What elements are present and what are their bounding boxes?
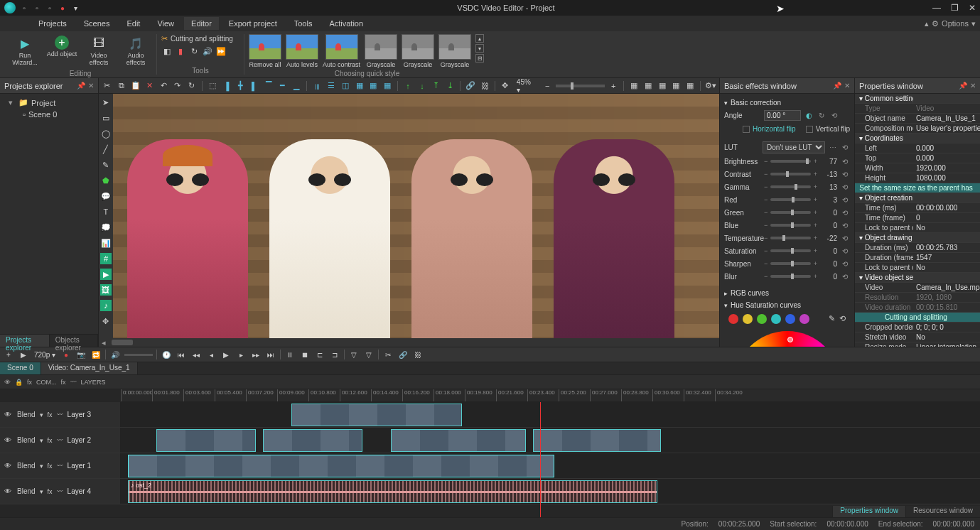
tl-tab-scene[interactable]: Scene 0 bbox=[0, 362, 41, 374]
prop-value[interactable]: No bbox=[913, 263, 980, 272]
vt-down-icon[interactable]: ↓ bbox=[416, 80, 428, 92]
slider-reset-sharpen-icon[interactable]: ⟲ bbox=[840, 259, 850, 269]
timeline-clip[interactable] bbox=[263, 429, 362, 452]
tool-chart-icon[interactable]: 📊 bbox=[100, 237, 112, 249]
pb-out-icon[interactable]: ⊐ bbox=[329, 349, 340, 360]
vt-safe1-icon[interactable]: ▦ bbox=[628, 80, 640, 92]
tool-speed-icon[interactable]: ⏩ bbox=[215, 45, 227, 57]
hue-reset-icon[interactable]: ⟲ bbox=[839, 314, 846, 324]
pb-resolution[interactable]: 720p ▾ bbox=[33, 351, 57, 359]
swatch-yellow[interactable] bbox=[743, 314, 753, 324]
prop-value[interactable]: Linear interpolation bbox=[913, 342, 980, 347]
slider-reset-gamma-icon[interactable]: ⟲ bbox=[840, 182, 850, 192]
tree-project[interactable]: ▾📁Project bbox=[3, 97, 95, 109]
panel-pin-icon[interactable]: 📌 bbox=[77, 82, 85, 90]
qat-dropdown-icon[interactable]: ▾ bbox=[71, 4, 80, 12]
timeline-clip[interactable]: ♪ ost_2 bbox=[128, 480, 657, 503]
style-remove-all[interactable]: Remove all bbox=[249, 34, 281, 68]
vt-gear-icon[interactable]: ⚙▾ bbox=[705, 80, 716, 92]
style-grayscale-2[interactable]: Grayscale bbox=[402, 34, 434, 68]
menu-projects[interactable]: Projects bbox=[31, 17, 74, 30]
timeline-clip[interactable] bbox=[391, 429, 526, 452]
options-label[interactable]: Options bbox=[942, 19, 969, 28]
style-next-icon[interactable]: ▾ bbox=[475, 44, 484, 53]
track-visibility-icon[interactable]: 👁 bbox=[4, 436, 13, 444]
volume-slider[interactable] bbox=[124, 354, 153, 356]
maximize-button[interactable]: ❐ bbox=[951, 3, 959, 13]
pb-last-icon[interactable]: ⏭ bbox=[265, 349, 276, 360]
vt-align-left-icon[interactable]: ▐ bbox=[220, 80, 232, 92]
vt-align-center-icon[interactable]: ╋ bbox=[235, 80, 246, 92]
add-object-button[interactable]: +Add object bbox=[45, 34, 78, 68]
swatch-red[interactable] bbox=[728, 314, 738, 324]
menu-tools[interactable]: Tools bbox=[287, 17, 320, 30]
tool-line-icon[interactable]: ╱ bbox=[100, 144, 112, 155]
pb-in-icon[interactable]: ⊏ bbox=[314, 349, 325, 360]
prop-value[interactable]: Video bbox=[913, 104, 980, 113]
effects-pin-icon[interactable]: 📌 bbox=[833, 82, 841, 90]
angle-reset-icon[interactable]: ⟲ bbox=[829, 111, 839, 121]
vt-zoom-in-icon[interactable]: + bbox=[608, 80, 619, 92]
slider-contrast[interactable] bbox=[770, 173, 810, 175]
tl-eye-icon[interactable]: 👁 bbox=[4, 379, 11, 386]
vt-dist-h-icon[interactable]: ⫼ bbox=[311, 80, 323, 92]
pb-play-icon[interactable]: ▶ bbox=[220, 349, 232, 360]
tool-chat-icon[interactable]: 💬 bbox=[100, 190, 112, 202]
menu-export[interactable]: Export project bbox=[222, 17, 284, 30]
options-dropdown-icon[interactable]: ▾ bbox=[971, 19, 976, 28]
track-mode[interactable]: Blend bbox=[17, 411, 36, 418]
prop-value[interactable]: Use layer's properties bbox=[913, 124, 980, 133]
slider-reset-temperature-icon[interactable]: ⟲ bbox=[840, 233, 850, 243]
vt-align-top-icon[interactable]: ▔ bbox=[263, 80, 274, 92]
vt-front-icon[interactable]: ⤒ bbox=[431, 80, 442, 92]
prop-value[interactable]: Camera_In_Use_1 bbox=[913, 114, 980, 123]
tab-objects-explorer[interactable]: Objects explorer bbox=[50, 335, 98, 347]
swatch-green[interactable] bbox=[757, 314, 767, 324]
pb-cut-icon[interactable]: ✂ bbox=[382, 349, 394, 360]
tool-rotate-icon[interactable]: ↻ bbox=[188, 45, 200, 57]
vt-align-bottom-icon[interactable]: ▁ bbox=[291, 80, 303, 92]
prop-value[interactable]: 1920.000 bbox=[913, 163, 980, 173]
pb-preview-icon[interactable]: ▶ bbox=[18, 349, 29, 360]
style-prev-icon[interactable]: ▴ bbox=[475, 34, 484, 43]
track-mode[interactable]: Blend bbox=[17, 487, 36, 495]
vt-select-icon[interactable]: ⬚ bbox=[207, 80, 218, 92]
tool-image-icon[interactable]: 🖼 bbox=[100, 284, 112, 296]
timeline-clip[interactable] bbox=[156, 429, 256, 452]
pb-stepfwd-icon[interactable]: ▸ bbox=[235, 349, 247, 360]
vt-size-icon[interactable]: ◫ bbox=[340, 80, 351, 92]
swatch-magenta[interactable] bbox=[799, 314, 809, 324]
vt-rotate-icon[interactable]: ↻ bbox=[186, 80, 198, 92]
pb-link-icon[interactable]: 🔗 bbox=[397, 349, 409, 360]
vt-redo-icon[interactable]: ↷ bbox=[172, 80, 183, 92]
prop-header[interactable]: ▾ Object drawing duration bbox=[855, 233, 913, 242]
pb-stepback-icon[interactable]: ◂ bbox=[205, 349, 217, 360]
prop-header[interactable]: ▾ Object creation time bbox=[855, 193, 913, 202]
tl-tab-video[interactable]: Video: Camera_In_Use_1 bbox=[41, 362, 138, 374]
track-expand-icon[interactable]: ▾ bbox=[40, 411, 43, 418]
tool-audio-icon[interactable]: ♪ bbox=[100, 300, 112, 311]
section-hue-curves[interactable]: ▾Hue Saturation curves bbox=[724, 299, 850, 311]
track-visibility-icon[interactable]: 👁 bbox=[4, 487, 13, 495]
vt-up-icon[interactable]: ↑ bbox=[402, 80, 414, 92]
track-layer-3[interactable]: 👁 Blend ▾ fx 〰 Layer 3 bbox=[0, 402, 980, 428]
tool-text-icon[interactable]: T bbox=[100, 206, 112, 217]
track-fx-icon[interactable]: fx bbox=[48, 437, 53, 444]
track-fx-icon[interactable]: fx bbox=[48, 411, 53, 418]
options-gear-icon[interactable]: ⚙ bbox=[932, 19, 939, 28]
prop-value[interactable]: 0 bbox=[913, 213, 980, 222]
tool-marker-icon[interactable]: ▮ bbox=[175, 45, 186, 57]
prop-header[interactable]: ▾ Common settings bbox=[855, 94, 913, 103]
slider-sharpen[interactable] bbox=[770, 262, 810, 265]
track-mode[interactable]: Blend bbox=[17, 462, 36, 470]
hflip-checkbox[interactable]: Horizontal flip bbox=[743, 124, 796, 134]
angle-input[interactable] bbox=[764, 110, 801, 121]
hue-wheel[interactable] bbox=[734, 331, 841, 347]
slider-reset-green-icon[interactable]: ⟲ bbox=[840, 207, 850, 217]
pb-snapshot-icon[interactable]: 📷 bbox=[75, 349, 87, 360]
track-visibility-icon[interactable]: 👁 bbox=[4, 462, 13, 470]
style-grayscale-1[interactable]: Grayscale bbox=[365, 34, 397, 68]
style-grayscale-3[interactable]: Grayscale bbox=[438, 34, 471, 68]
vt-copy-icon[interactable]: ⧉ bbox=[116, 80, 127, 92]
bt-properties[interactable]: Properties window bbox=[832, 506, 905, 517]
